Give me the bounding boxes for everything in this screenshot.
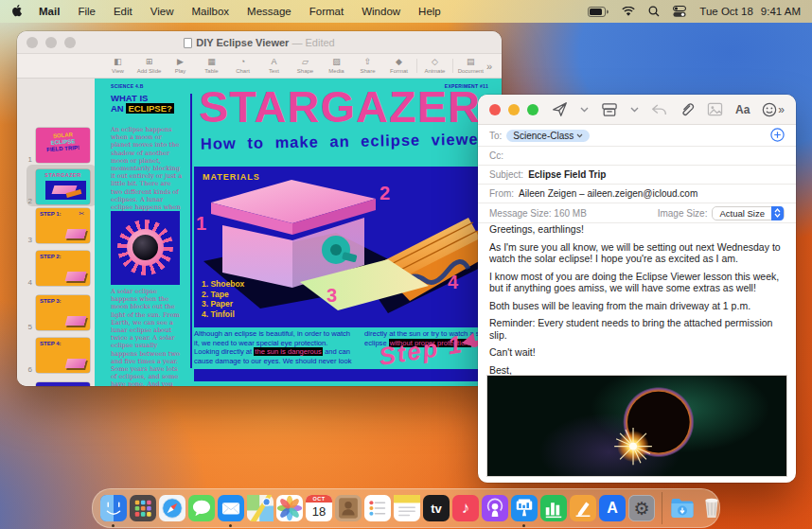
running-indicator bbox=[112, 524, 115, 527]
dock-reminders-icon[interactable] bbox=[364, 495, 391, 521]
reply-icon[interactable] bbox=[651, 103, 667, 116]
menu-edit[interactable]: Edit bbox=[114, 6, 132, 17]
search-icon[interactable] bbox=[648, 6, 660, 17]
message-size-row: Message Size: 160 MB Image Size: Actual … bbox=[478, 203, 796, 223]
dock-notes-icon[interactable] bbox=[394, 495, 420, 521]
table-button[interactable]: ▦Table bbox=[196, 54, 227, 78]
dock-downloads-folder-icon[interactable] bbox=[669, 495, 696, 521]
menu-mailbox[interactable]: Mailbox bbox=[191, 6, 229, 17]
to-field[interactable]: To: Science-Class bbox=[478, 125, 796, 147]
dock-safari-icon[interactable] bbox=[159, 495, 185, 521]
thumb-materials-box bbox=[45, 181, 86, 200]
dock-maps-icon[interactable] bbox=[247, 495, 274, 521]
recipient-token[interactable]: Science-Class bbox=[506, 130, 590, 142]
apple-menu-icon[interactable] bbox=[11, 4, 24, 19]
save-draft-icon[interactable] bbox=[601, 102, 618, 117]
close-button[interactable] bbox=[489, 104, 501, 115]
zoom-button[interactable] bbox=[527, 104, 538, 115]
play-icon: ▶ bbox=[177, 58, 184, 66]
view-button[interactable]: ◧View bbox=[102, 54, 133, 78]
share-button[interactable]: ⇧Share bbox=[352, 54, 383, 78]
image-size-dropdown[interactable]: Actual Size bbox=[712, 206, 785, 220]
shape-button[interactable]: ▱Shape bbox=[290, 54, 321, 78]
dock-podcasts-icon[interactable] bbox=[482, 495, 508, 521]
send-icon[interactable] bbox=[552, 101, 568, 117]
subject-field[interactable]: Subject:Eclipse Field Trip bbox=[478, 166, 796, 185]
dock-settings-icon[interactable]: ⚙ bbox=[628, 495, 655, 521]
keynote-window[interactable]: DIY Eclipse Viewer — Edited ◧View ⊞Add S… bbox=[17, 31, 502, 386]
slide-heading[interactable]: WHAT ISAN ECLIPSE? bbox=[111, 93, 186, 114]
dock-trash-icon[interactable] bbox=[698, 495, 725, 521]
dock-contacts-icon[interactable] bbox=[335, 495, 362, 521]
slide-thumbnail-2[interactable]: STARGAZER bbox=[36, 169, 90, 204]
slide-thumbnail-6[interactable]: STEP 4: bbox=[36, 338, 90, 373]
toolbar-overflow-chevron[interactable]: » bbox=[486, 61, 492, 72]
dock-mail-icon[interactable] bbox=[218, 495, 244, 521]
minimize-button[interactable] bbox=[508, 104, 520, 115]
message-body-editor[interactable]: Greetings, earthlings! As I'm sure you a… bbox=[489, 223, 783, 388]
menu-help[interactable]: Help bbox=[418, 6, 441, 17]
format-button[interactable]: ◆Format bbox=[383, 54, 415, 78]
menu-window[interactable]: Window bbox=[362, 6, 400, 17]
emoji-icon[interactable] bbox=[762, 102, 777, 117]
attach-icon[interactable] bbox=[680, 101, 695, 117]
dock-pages-icon[interactable] bbox=[570, 495, 596, 521]
slide-subtitle[interactable]: How to make an eclipse viewer! bbox=[201, 130, 492, 152]
dock-photos-icon[interactable] bbox=[276, 495, 303, 521]
from-field[interactable]: From:Aileen Zeigen – aileen.zeigen@iclou… bbox=[478, 185, 796, 203]
insert-photo-icon[interactable] bbox=[707, 102, 723, 116]
play-button[interactable]: ▶Play bbox=[165, 54, 196, 78]
format-text-button[interactable]: Aa bbox=[735, 103, 750, 116]
control-center-icon[interactable] bbox=[673, 6, 686, 17]
wifi-icon[interactable] bbox=[622, 7, 635, 17]
dock-messages-icon[interactable] bbox=[188, 495, 215, 521]
dock-keynote-icon[interactable] bbox=[511, 495, 538, 521]
text-button[interactable]: AText bbox=[258, 54, 290, 78]
slide-thumbnail-1[interactable]: SOLAR ECLIPSE FIELD TRIP! bbox=[36, 128, 90, 163]
dock-calendar-icon[interactable]: OCT18 bbox=[306, 495, 332, 521]
battery-icon[interactable] bbox=[588, 7, 609, 17]
add-recipient-button[interactable] bbox=[770, 128, 785, 142]
slide-paragraph-2[interactable]: A solar eclipse happens when the moon bl… bbox=[111, 288, 183, 386]
dock-tv-icon[interactable]: tv bbox=[423, 495, 450, 521]
document-button[interactable]: ▤Document bbox=[455, 54, 486, 78]
slide-number: 5 bbox=[21, 323, 32, 331]
dock-music-icon[interactable]: ♪ bbox=[452, 495, 479, 521]
toolbar-separator bbox=[416, 59, 417, 73]
menu-mail[interactable]: Mail bbox=[39, 6, 60, 17]
dock-launchpad-icon[interactable] bbox=[130, 495, 156, 521]
slide-canvas[interactable]: SCIENCE 4.B EXPERIMENT #11 WHAT ISAN ECL… bbox=[95, 79, 502, 386]
more-toolbar-chevrons[interactable]: » bbox=[778, 103, 785, 116]
chart-button[interactable]: ◔Chart bbox=[227, 54, 258, 78]
materials-illustration[interactable]: MATERIALS 1 2 3 4 1. Shoebox 2. Tape 3. … bbox=[194, 167, 502, 327]
slide-thumbnail-7[interactable]: STEP 5: bbox=[36, 382, 90, 386]
menu-view[interactable]: View bbox=[150, 6, 174, 17]
menu-format[interactable]: Format bbox=[309, 6, 344, 17]
slide-title[interactable]: STARGAZER bbox=[199, 80, 481, 132]
eclipse-photo-attachment[interactable] bbox=[486, 375, 787, 477]
menu-file[interactable]: File bbox=[78, 6, 96, 17]
slide-thumbnail-5[interactable]: STEP 3: bbox=[36, 295, 90, 330]
from-label: From: bbox=[489, 188, 514, 199]
format-icon: ◆ bbox=[396, 58, 402, 66]
dock-numbers-icon[interactable] bbox=[540, 495, 567, 521]
slide-thumbnail-4[interactable]: STEP 2: bbox=[36, 251, 90, 286]
menubar-date[interactable]: Tue Oct 18 bbox=[699, 6, 752, 17]
add-slide-button[interactable]: ⊞Add Slide bbox=[133, 54, 165, 78]
slide-thumbnail-3[interactable]: STEP 1: ✂ bbox=[36, 208, 90, 243]
toolbar-separator bbox=[452, 59, 453, 73]
materials-list: 1. Shoebox 2. Tape 3. Paper 4. Tinfoil bbox=[202, 279, 244, 319]
cc-field[interactable]: Cc: bbox=[478, 147, 796, 166]
animate-button[interactable]: ◇Animate bbox=[419, 54, 450, 78]
dock-appstore-icon[interactable]: A bbox=[599, 495, 626, 521]
dock-finder-icon[interactable] bbox=[100, 495, 127, 521]
slide-course-label: SCIENCE 4.B bbox=[111, 83, 144, 89]
slide-footer-column-1[interactable]: Although an eclipse is beautiful, in ord… bbox=[194, 329, 355, 365]
menu-message[interactable]: Message bbox=[247, 6, 291, 17]
mail-compose-window[interactable]: Aa » To: Science-Class Cc: Subject:Eclip… bbox=[478, 95, 796, 483]
sun-eclipse-illustration[interactable] bbox=[111, 211, 180, 285]
media-button[interactable]: ▨Media bbox=[321, 54, 352, 78]
save-options-chevron[interactable] bbox=[630, 107, 639, 113]
menubar-time[interactable]: 9:41 AM bbox=[761, 6, 801, 17]
send-options-chevron[interactable] bbox=[580, 107, 589, 113]
